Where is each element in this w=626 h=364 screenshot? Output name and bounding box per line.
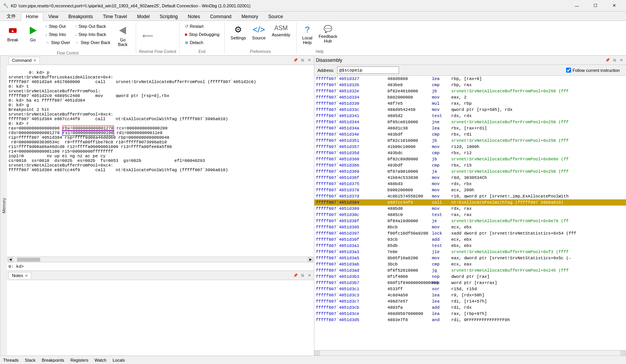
disasm-row[interactable]: fffff807`4051d3b30f1f4000nopdword ptr [r… (314, 274, 626, 280)
tab-memory[interactable]: Memory (237, 12, 263, 20)
disasm-row[interactable]: fffff807`4051d3690f87a9010000jasrvnet!Sr… (314, 168, 626, 175)
disasm-row[interactable]: fffff807`4051d3414885d2testrdx, rdx (314, 113, 626, 119)
disasm-row[interactable]: fffff807`4051d38f0f84a19d0000jesrvnet!Sr… (314, 218, 626, 224)
notes-tab-close[interactable]: ✕ (25, 274, 28, 278)
hscroll-thumb[interactable] (17, 258, 40, 262)
step-out-button[interactable]: ↑ Step Out (43, 22, 72, 30)
disasm-row[interactable]: fffff807`4051d3c14533ffxorr15d, r15d (314, 286, 626, 292)
disasm-row[interactable]: fffff807`4051d35d493bdccmprbx, r12 (314, 150, 626, 156)
disasm-row[interactable]: fffff807`4051d33c488d9542458movqword ptr… (314, 107, 626, 113)
hscroll-track[interactable] (13, 257, 308, 262)
notes-panel-pin-button[interactable]: 📌 (292, 272, 299, 279)
disasm-row[interactable]: fffff807`4051d39f03cbaddecx, ebx (314, 236, 626, 243)
restart-button[interactable]: ↺ Restart (183, 22, 222, 30)
disasm-row[interactable]: fffff807`4051d389488bd0movrdx, rax (314, 206, 626, 212)
command-tab[interactable]: Command ✕ (9, 57, 40, 63)
disasm-row[interactable]: fffff807`4051d327488d6808learbp, [rax+8] (314, 76, 626, 82)
disasm-row[interactable]: fffff807`4051d3600f82c89d0000jbsrvnet!Sr… (314, 156, 626, 162)
settings-button[interactable]: ⚙ Settings (228, 23, 249, 48)
command-input[interactable] (24, 264, 312, 269)
step-into-back-button[interactable]: ↓ Step Into Back (73, 31, 113, 38)
notes-panel-undock-button[interactable]: ⧉ (299, 272, 305, 279)
disasm-row[interactable]: fffff807`4051d3b7660f1f84000000000000nop… (314, 280, 626, 286)
disasm-scroll-right[interactable] (621, 351, 626, 355)
command-tab-close[interactable]: ✕ (33, 58, 36, 63)
go-button[interactable]: Go (23, 22, 43, 50)
maximize-button[interactable]: ☐ (587, 0, 604, 12)
tab-model[interactable]: Model (132, 12, 155, 20)
feedback-hub-button[interactable]: 💬 FeedbackHub (316, 23, 340, 48)
panel-pin-button[interactable]: 📌 (292, 57, 299, 63)
disasm-row[interactable]: fffff807`4051d35741b00c10000movr12d, 100… (314, 144, 626, 150)
disasm-row[interactable]: fffff807`4051d3510f82c1010000jbsrvnet!Sr… (314, 138, 626, 144)
disasm-row[interactable]: fffff807`4051d375488bd3movrdx, rbx (314, 181, 626, 187)
disasm-hscrollbar[interactable] (314, 350, 626, 355)
disasm-row[interactable]: fffff807`4051d34e483bdfcmprbx, rdi (314, 131, 626, 138)
tab-scripting[interactable]: Scripting (155, 12, 183, 20)
local-help-button[interactable]: ? LocalHelp (300, 23, 315, 48)
disasm-row[interactable]: fffff807`4051d33948f7e5mulrax, rbp (314, 100, 626, 107)
disasm-row[interactable]: fffff807`4051d378b900200000movecx, 200h (314, 187, 626, 193)
tab-breakpoints[interactable]: Breakpoints (63, 12, 98, 20)
tab-source[interactable]: Source (263, 12, 288, 20)
memory-sidebar[interactable]: Memory (0, 56, 7, 355)
disasm-row[interactable]: fffff807`4051d3ab3bcbcmpecx, eax (314, 261, 626, 267)
disasm-row[interactable]: fffff807`4051d3c7498d7e57leardi, [r14+57… (314, 298, 626, 304)
disasm-pin-button[interactable]: 📌 (604, 57, 611, 63)
step-into-button[interactable]: ↓ Step Into (43, 31, 72, 38)
stop-debugging-button[interactable]: ■ Stop Debugging (183, 31, 222, 38)
statusbar-registers[interactable]: Registers (70, 358, 88, 362)
disasm-close-button[interactable]: ✕ (618, 57, 624, 63)
disasm-htrack[interactable] (320, 351, 621, 355)
address-input[interactable] (337, 66, 399, 74)
tab-time-travel[interactable]: Time Travel (98, 12, 132, 20)
go-back-button[interactable]: Go Back (113, 22, 133, 50)
scroll-right-button[interactable]: ▶ (308, 257, 313, 262)
disasm-row[interactable]: fffff807`4051d3a37e0ejlesrvnet!SrvNetAll… (314, 249, 626, 255)
statusbar-locals[interactable]: Locals (113, 358, 125, 362)
tab-home[interactable]: Home (21, 12, 43, 21)
disasm-undock-button[interactable]: ⧉ (611, 57, 617, 63)
scroll-left-button[interactable]: ◀ (8, 257, 13, 262)
step-over-back-button[interactable]: → Step Over Back (73, 39, 113, 46)
disasm-row[interactable]: fffff807`4051d3ce488d8597000000learax, [… (314, 311, 626, 317)
disasm-row[interactable]: fffff807`4051d32b483be8cmprbp, rax (314, 82, 626, 88)
disasm-row[interactable]: fffff807`4051d3c34c8d4a50lear9, [rdx+50h… (314, 292, 626, 298)
notes-tab[interactable]: Notes ✕ (9, 272, 31, 279)
disasm-scroll-left[interactable] (314, 351, 320, 355)
statusbar-breakpoints[interactable]: Breakpoints (42, 358, 64, 362)
panel-undock-button[interactable]: ⧉ (299, 57, 305, 63)
step-out-back-button[interactable]: ↑ Step Out Back (73, 22, 113, 30)
close-button[interactable]: ✕ (605, 0, 623, 12)
disasm-row[interactable]: fffff807`4051d366493bdfcmprbx, r15 (314, 162, 626, 168)
statusbar-stack[interactable]: Stack (25, 358, 36, 362)
tab-command[interactable]: Command (205, 12, 236, 20)
disasm-row[interactable]: fffff807`4051d3ad0f8f52010000jgsrvnet!Sr… (314, 267, 626, 274)
disasm-row[interactable]: fffff807`4051d3958bcbmovecx, ebx (314, 224, 626, 230)
tab-notes[interactable]: Notes (183, 12, 205, 20)
command-hscrollbar[interactable]: ◀ ▶ (7, 257, 314, 262)
step-over-button[interactable]: → Step Over (43, 39, 72, 46)
tab-view[interactable]: View (43, 12, 63, 20)
statusbar-watch[interactable]: Watch (94, 358, 106, 362)
assembly-button[interactable]: ASM Assembly (269, 23, 293, 48)
disasm-row[interactable]: fffff807`4051d37d4c8b1574550200movr10, q… (314, 193, 626, 199)
detach-button[interactable]: ⊗ Detach (183, 39, 222, 46)
disasm-row[interactable]: fffff807`4051d36f41b84c533030movr8d, 303… (314, 175, 626, 181)
minimize-button[interactable]: — (568, 0, 586, 12)
disasm-row[interactable]: fffff807`4051d3a185dbtestebx, ebx (314, 243, 626, 249)
disasm-row[interactable]: fffff807`4051d3a58b05f10a0200moveax, dwo… (314, 255, 626, 261)
disasm-row[interactable]: fffff807`4051d34a488d1c38learbx, [rax+rd… (314, 125, 626, 131)
disasm-row[interactable]: fffff807`4051d334b802000000moveax, 2 (314, 94, 626, 100)
disasm-row[interactable]: fffff807`4051d3cb4803faaddrdi, rdx (314, 304, 626, 311)
tab-file[interactable]: 文件 (2, 12, 21, 20)
disasm-row[interactable]: fffff807`4051d384e887cc44f9callnt!ExAllo… (314, 199, 626, 206)
source-button[interactable]: </> Source (249, 23, 268, 48)
panel-close-button[interactable]: ✕ (306, 57, 312, 63)
disasm-row[interactable]: fffff807`4051d38c4885c0testrax, rax (314, 212, 626, 218)
follow-checkbox[interactable] (566, 68, 571, 73)
statusbar-threads[interactable]: Threads (3, 358, 19, 362)
break-button[interactable]: ■ Break (3, 22, 22, 50)
disasm-row[interactable]: fffff807`4051d397f00fc10df50a0200lockxad… (314, 230, 626, 236)
disasm-row[interactable]: fffff807`4051d3d54883e7f8andrdi, 0FFFFFF… (314, 317, 626, 323)
